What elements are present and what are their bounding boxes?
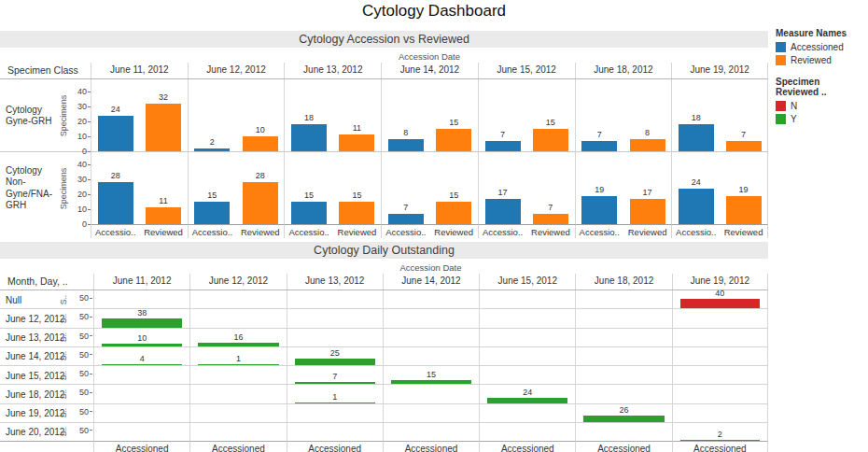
bar-reviewed[interactable]: [533, 214, 568, 224]
y-axis-title-text: Specimens: [59, 94, 68, 136]
bar-accessioned[interactable]: [581, 141, 617, 151]
y-tick-label: 50: [79, 388, 89, 397]
chart2-cell: [287, 404, 383, 422]
chart1-pane: 210: [188, 79, 285, 151]
bar-accessioned[interactable]: [388, 139, 424, 151]
y-tick-label: 20: [77, 190, 87, 199]
outstanding-bar[interactable]: [680, 440, 760, 441]
bar-accessioned[interactable]: [291, 202, 327, 224]
bar-reviewed[interactable]: [630, 199, 665, 224]
outstanding-bar[interactable]: [295, 359, 375, 365]
legend-item-n[interactable]: N: [776, 101, 865, 111]
bar-accessioned[interactable]: [98, 182, 133, 224]
chart2-cell: [383, 329, 479, 346]
chart2-footer-cell: Accessioned: [287, 441, 383, 452]
bar-value-label: 2: [673, 430, 767, 439]
y-axis-title-text: S..: [60, 314, 69, 323]
bar-accessioned[interactable]: [679, 189, 714, 224]
chart2-cell: [672, 329, 768, 346]
chart2-cell: 40: [672, 290, 768, 308]
bar-accessioned[interactable]: [485, 199, 521, 224]
y-tick-mark: [90, 392, 92, 393]
bar-reviewed[interactable]: [146, 207, 181, 224]
legend-swatch: [776, 55, 786, 65]
chart2-cell: [189, 404, 286, 422]
chart2-cell: [575, 329, 671, 346]
legend-item-accessioned[interactable]: Accessioned: [776, 42, 865, 52]
chart2-row: June 14, 2012S..504125: [0, 347, 768, 366]
chart2-cell: [575, 423, 671, 441]
bar-reviewed[interactable]: [339, 134, 374, 151]
chart1-date-header: June 18, 2012: [575, 63, 672, 78]
bar-value-label: 24: [97, 105, 134, 114]
chart2-footer-cell: Accessioned: [189, 441, 286, 452]
chart2-cell: [479, 404, 575, 422]
legend-item-y[interactable]: Y: [776, 114, 865, 124]
bar-accessioned[interactable]: [388, 214, 424, 224]
bar-value-label: 25: [287, 348, 383, 358]
chart1-measure-axis-row: Accessio..ReviewedAccessio..ReviewedAcce…: [0, 224, 768, 238]
chart2-cell: [575, 347, 671, 365]
bar-reviewed[interactable]: [243, 182, 278, 224]
bar-reviewed[interactable]: [630, 139, 665, 151]
bar-value-label: 15: [384, 370, 479, 379]
outstanding-bar[interactable]: [102, 364, 182, 365]
chart2-date-header: June 13, 2012: [287, 274, 383, 290]
outstanding-bar[interactable]: [295, 403, 375, 403]
chart2-row-label-cell: June 20, 2012S..50: [0, 423, 93, 441]
bar-reviewed[interactable]: [726, 196, 762, 224]
y-tick-mark: [90, 298, 92, 299]
chart-daily-outstanding: Cytology Daily Outstanding Accession Dat…: [0, 242, 768, 452]
chart2-footer-cell: Accessioned: [479, 441, 575, 452]
outstanding-bar[interactable]: [198, 364, 278, 365]
legend-specimen-reviewed-title: Specimen Reviewed ..: [776, 77, 865, 97]
bar-reviewed[interactable]: [726, 141, 762, 151]
bar-accessioned[interactable]: [194, 202, 230, 224]
y-axis-title-text: S..: [60, 351, 69, 360]
outstanding-bar[interactable]: [102, 318, 182, 328]
bar-reviewed[interactable]: [436, 129, 471, 151]
bar-reviewed[interactable]: [533, 129, 568, 151]
chart1-row-label: Cytology Gyne-GRH: [6, 104, 58, 127]
y-tick-mark: [90, 317, 92, 318]
chart2-footer-cell: Accessioned: [672, 441, 768, 452]
bar-accessioned[interactable]: [98, 116, 133, 151]
chart2-y-tick: 50: [79, 332, 92, 341]
bar-accessioned[interactable]: [291, 124, 327, 151]
bar-value-label: 8: [629, 128, 666, 137]
chart2-cell: [93, 366, 189, 384]
chart2-y-axis-title: S..: [60, 404, 68, 422]
legend-item-reviewed[interactable]: Reviewed: [776, 55, 865, 65]
bar-value-label: 15: [338, 191, 375, 200]
chart2-cell: [383, 290, 479, 308]
y-axis-title-text: S..: [60, 294, 69, 304]
chart2-cell: [479, 309, 575, 327]
chart1-date-header: June 19, 2012: [671, 63, 768, 78]
chart2-y-tick: 50: [79, 312, 92, 321]
outstanding-bar[interactable]: [102, 344, 182, 346]
bar-accessioned[interactable]: [581, 196, 617, 224]
chart2-cell: [479, 423, 575, 441]
chart2-cell: [672, 366, 768, 384]
legend-specimen-reviewed: Specimen Reviewed .. NY: [776, 77, 865, 124]
bar-reviewed[interactable]: [146, 104, 181, 151]
chart2-cell: [287, 309, 383, 327]
y-tick-mark: [90, 374, 92, 374]
bar-value-label: 7: [484, 130, 522, 139]
bar-reviewed[interactable]: [436, 202, 471, 224]
outstanding-bar[interactable]: [295, 382, 375, 384]
bar-reviewed[interactable]: [243, 136, 278, 151]
outstanding-bar[interactable]: [680, 299, 760, 308]
outstanding-bar[interactable]: [198, 343, 278, 346]
outstanding-bar[interactable]: [487, 398, 567, 403]
outstanding-bar[interactable]: [583, 416, 664, 422]
chart1-pane: 78: [575, 79, 672, 151]
bar-accessioned[interactable]: [679, 124, 714, 151]
outstanding-bar[interactable]: [391, 380, 471, 384]
y-tick-mark: [90, 430, 92, 431]
bar-reviewed[interactable]: [339, 202, 374, 224]
bar-accessioned[interactable]: [194, 148, 230, 151]
bar-accessioned[interactable]: [485, 141, 521, 151]
chart2-y-tick: 50: [79, 369, 92, 378]
chart2-row: NullS..5040: [0, 290, 768, 309]
